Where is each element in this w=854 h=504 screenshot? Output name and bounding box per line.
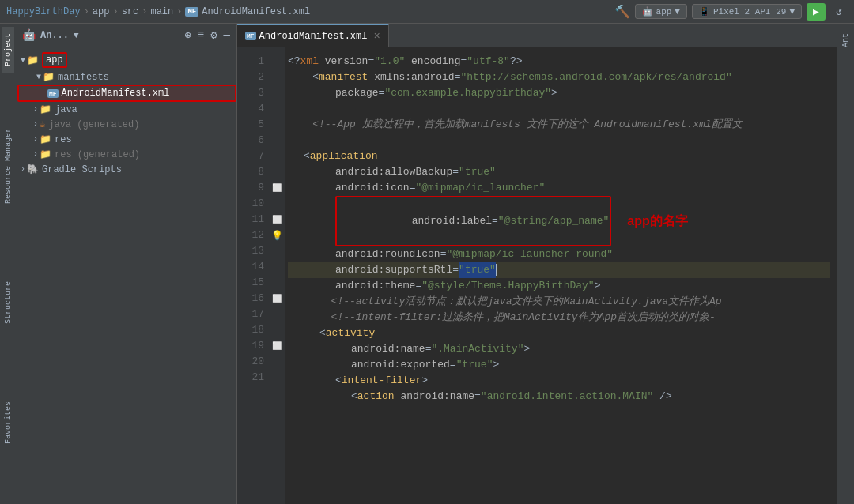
panel-title-dots: ▼ <box>74 31 79 40</box>
code-line-19: <intent-filter> <box>288 373 830 389</box>
tree-item-app[interactable]: ▼ 📁 app <box>17 51 236 70</box>
editor-area: MF AndroidManifest.xml × 12345 678910 11… <box>237 24 837 504</box>
tree-item-manifests[interactable]: ▼ 📁 manifests <box>17 70 236 85</box>
right-tab-1[interactable]: Ant <box>840 27 852 54</box>
gutter-21 <box>269 370 285 386</box>
bc-main[interactable]: main <box>150 6 173 17</box>
collapse-all-icon[interactable]: ≡ <box>196 27 206 43</box>
code-line-1: <?xml version="1.0" encoding="utf-8"?> <box>288 54 830 70</box>
device-icon: 📱 <box>699 6 710 17</box>
app-arrow: ▼ <box>21 56 25 65</box>
code-content[interactable]: <?xml version="1.0" encoding="utf-8"?> <… <box>285 47 837 504</box>
dropdown-icon: ▼ <box>675 7 680 17</box>
gutter-5 <box>269 117 285 133</box>
res-arrow: › <box>33 135 38 144</box>
gutter-2 <box>269 70 285 85</box>
tree-item-java[interactable]: › 📁 java <box>17 102 236 117</box>
code-line-18: android:exported="true"> <box>288 357 830 373</box>
minimize-icon[interactable]: — <box>222 27 232 43</box>
bookmark-icon-19: ⬜ <box>272 341 282 351</box>
code-line-17: android:name=".MainActivity"> <box>288 341 830 357</box>
code-line-3: package="com.example.happybirthday"> <box>288 85 830 101</box>
tree-item-gradle[interactable]: › 🐘 Gradle Scripts <box>17 162 236 177</box>
gutter-3 <box>269 85 285 101</box>
code-area: 12345 678910 1112131415 1617181920 21 ⬜ <box>237 47 837 504</box>
code-line-10: android:label="@string/app_name" app的名字 <box>288 196 830 246</box>
sidebar-item-favorites[interactable]: Favorites <box>2 395 14 450</box>
gutter-19: ⬜ <box>269 338 285 354</box>
panel-header: 🤖 An... ▼ ⊕ ≡ ⚙ — <box>17 24 236 47</box>
sync-structure-icon[interactable]: ⊕ <box>183 27 192 43</box>
gutter-11: ⬜ <box>269 212 285 228</box>
code-line-11: android:roundIcon="@mipmap/ic_launcher_r… <box>288 246 830 262</box>
manifests-folder-icon: 📁 <box>43 71 55 83</box>
right-side-tabs: Ant <box>837 24 854 504</box>
sidebar-item-project[interactable]: Project <box>2 27 14 73</box>
bc-src[interactable]: src <box>122 6 139 17</box>
annotation-app-name: app的名字 <box>627 213 687 229</box>
tree-item-res-generated[interactable]: › 📁 res (generated) <box>17 147 236 162</box>
res-gen-arrow: › <box>33 150 38 159</box>
sidebar-item-resource-manager[interactable]: Resource Manager <box>2 122 14 210</box>
code-line-8: android:allowBackup="true" <box>288 164 830 180</box>
code-line-6 <box>288 133 830 149</box>
bc-app[interactable]: app <box>93 6 110 17</box>
java-arrow: › <box>33 105 38 114</box>
tree-item-res[interactable]: › 📁 res <box>17 132 236 147</box>
manifests-arrow: ▼ <box>36 73 41 81</box>
mf-icon: MF <box>185 7 198 17</box>
gutter-8 <box>269 164 285 180</box>
top-bar-right: 🔨 🤖 app ▼ 📱 Pixel 2 API 29 ▼ ▶ ↺ <box>614 3 848 21</box>
gutter: ⬜ ⬜ 💡 ⬜ ⬜ <box>269 47 285 504</box>
android-project-icon: 🤖 <box>22 28 36 42</box>
bulb-icon-12[interactable]: 💡 <box>271 230 283 242</box>
left-side-tabs: Project Resource Manager Structure Favor… <box>0 24 17 504</box>
java-folder-icon: 📁 <box>40 103 51 115</box>
java-gen-arrow: › <box>33 120 38 129</box>
tree-item-java-generated[interactable]: › ☕ java (generated) <box>17 117 236 132</box>
java-gen-icon: ☕ <box>40 118 45 130</box>
run-config-button[interactable]: 🤖 app ▼ <box>635 4 687 19</box>
run-config-label: app <box>656 7 672 17</box>
run-button[interactable]: ▶ <box>807 3 826 21</box>
gutter-16: ⬜ <box>269 291 285 307</box>
gradle-arrow: › <box>21 165 25 174</box>
panel-title: An... <box>40 30 69 41</box>
bc-manifest[interactable]: AndroidManifest.xml <box>202 6 310 17</box>
device-button[interactable]: 📱 Pixel 2 API 29 ▼ <box>692 4 802 19</box>
device-label: Pixel 2 API 29 <box>713 7 786 17</box>
code-line-9: android:icon="@mipmap/ic_launcher" <box>288 180 830 196</box>
settings-icon[interactable]: ⚙ <box>209 27 218 43</box>
tab-label: AndroidManifest.xml <box>259 31 368 42</box>
project-tree: ▼ 📁 app ▼ 📁 manifests MF AndroidManifest… <box>17 47 236 504</box>
gutter-9: ⬜ <box>269 180 285 196</box>
tab-close-button[interactable]: × <box>373 30 380 43</box>
bookmark-icon-11: ⬜ <box>272 215 282 224</box>
line-numbers: 12345 678910 1112131415 1617181920 21 <box>237 47 269 504</box>
tab-bar: MF AndroidManifest.xml × <box>237 24 837 47</box>
code-line-7: <application <box>288 149 830 164</box>
tab-mf-badge: MF <box>245 32 256 40</box>
editor-tab-manifest[interactable]: MF AndroidManifest.xml × <box>237 24 389 47</box>
bc-project[interactable]: HappyBirthDay <box>6 6 81 17</box>
gutter-18 <box>269 322 285 338</box>
gutter-6 <box>269 133 285 149</box>
top-bar: HappyBirthDay › app › src › main › MF An… <box>0 0 854 24</box>
gutter-1 <box>269 54 285 70</box>
hammer-icon[interactable]: 🔨 <box>614 4 630 20</box>
panel-icons: ⊕ ≡ ⚙ — <box>183 27 232 43</box>
app-folder-icon: 📁 <box>27 55 39 66</box>
sidebar-item-structure[interactable]: Structure <box>2 275 14 330</box>
project-panel: 🤖 An... ▼ ⊕ ≡ ⚙ — ▼ 📁 app ▼ 📁 manifests <box>17 24 237 504</box>
tree-item-androidmanifest[interactable]: MF AndroidManifest.xml <box>17 85 236 102</box>
sidebar-item-variants[interactable]: Variants <box>2 499 14 504</box>
code-line-2: <manifest xmlns:android="http://schemas.… <box>288 70 830 85</box>
gutter-14 <box>269 259 285 275</box>
sync-button[interactable]: ↺ <box>830 3 848 21</box>
gutter-12: 💡 <box>269 228 285 243</box>
code-line-5: <!--App 加载过程中，首先加载manifests 文件下的这个 Andro… <box>288 117 830 133</box>
java-generated-label: java (generated) <box>48 119 139 130</box>
java-label: java <box>55 104 77 115</box>
breadcrumb: HappyBirthDay › app › src › main › MF An… <box>6 6 310 17</box>
gutter-15 <box>269 275 285 291</box>
